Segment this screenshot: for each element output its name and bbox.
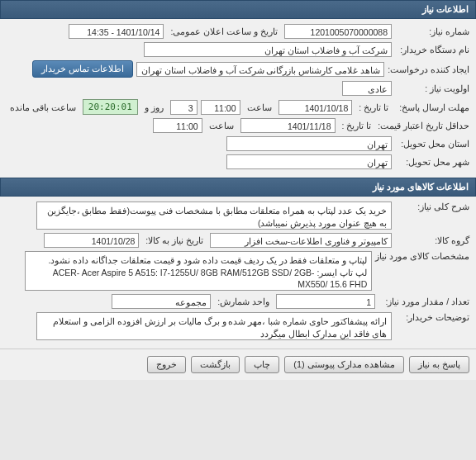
buyer-notes-label: توضیحات خریدار: [395,312,469,322]
qty-field: 1 [276,294,375,309]
back-button[interactable]: بازگشت [191,356,240,373]
print-button[interactable]: چاپ [245,356,279,373]
section1-body: شماره نیاز: 1201005070000088 تاریخ و ساع… [0,19,476,178]
need-no-label: شماره نیاز: [395,26,469,36]
priority-label: اولویت نیاز : [395,83,469,93]
buyer-notes-field: ارائه پیشفاکتور حاوی شماره شبا ،مهر شده … [36,312,392,340]
deadline-date-field: 1401/10/18 [278,100,353,115]
buyer-org-field: شرکت آب و فاضلاب استان تهران [144,42,392,57]
days-count-field: 3 [170,100,198,115]
announce-label: تاریخ و ساعت اعلان عمومی: [167,26,281,36]
exit-button[interactable]: خروج [147,356,186,373]
group-field: کامپیوتر و فناوری اطلاعات-سخت افزار [210,233,392,248]
to-date-label-1: تا تاریخ : [355,102,392,112]
delivery-city-field: تهران [226,154,392,169]
deadline-time-field: 11:00 [201,100,240,115]
time-label-1: ساعت [244,102,275,112]
spec-label: مشخصات کالای مورد نیاز [375,251,469,261]
need-to-date-field: 1401/10/28 [44,233,139,248]
unit-field: مجموعه [112,294,211,309]
validity-date-field: 1401/11/18 [240,118,336,133]
footer-toolbar: پاسخ به نیاز مشاهده مدارک پیوستی (1) چاپ… [0,349,476,380]
requester-field: شاهد غلامی کارشناس بازرگانی شرکت آب و فا… [136,62,384,77]
delivery-city-label: شهر محل تحویل: [395,157,469,167]
buyer-org-label: نام دستگاه خریدار: [395,45,469,55]
section-header-goods-info: اطلاعات کالاهای مورد نیاز [0,178,476,197]
validity-label: حداقل تاریخ اعتبار قیمت: [378,121,469,130]
remaining-label: ساعت باقی مانده [7,102,79,112]
unit-label: واحد شمارش: [214,296,273,306]
countdown-timer: 20:20:01 [83,99,138,115]
section-header-need-info: اطلاعات نیاز [0,0,476,19]
desc-label: شرح کلی نیاز: [395,202,469,211]
section2-body: شرح کلی نیاز: خرید یک عدد لپتاپ به همراه… [0,197,476,349]
need-to-date-label: تاریخ نیاز به کالا: [142,235,207,245]
days-and-label: روز و [141,102,167,112]
need-no-field: 1201005070000088 [284,24,392,39]
to-date-label-2: تا تاریخ : [339,121,375,130]
delivery-prov-field: تهران [226,136,392,151]
group-label: گروه کالا: [395,235,469,245]
contact-buyer-button[interactable]: اطلاعات تماس خریدار [32,60,133,78]
delivery-prov-label: استان محل تحویل: [395,139,469,149]
time-label-2: ساعت [206,121,237,130]
deadline-label: مهلت ارسال پاسخ: [395,102,469,112]
spec-field: لپتاپ و متعلقات فقط در یک ردیف قیمت داده… [25,251,372,291]
respond-button[interactable]: پاسخ به نیاز [409,356,469,373]
qty-label: تعداد / مقدار مورد نیاز: [378,296,469,306]
announce-field: 1401/10/14 - 14:35 [69,24,164,39]
attachments-button[interactable]: مشاهده مدارک پیوستی (1) [284,356,404,373]
section1-title: اطلاعات نیاز [422,4,469,14]
validity-time-field: 11:00 [153,118,202,133]
section2-title: اطلاعات کالاهای مورد نیاز [373,182,469,192]
desc-field: خرید یک عدد لپتاپ به همراه متعلقات مطابق… [36,202,392,230]
requester-label: ایجاد کننده درخواست: [388,64,469,74]
priority-field: عادی [342,81,392,96]
